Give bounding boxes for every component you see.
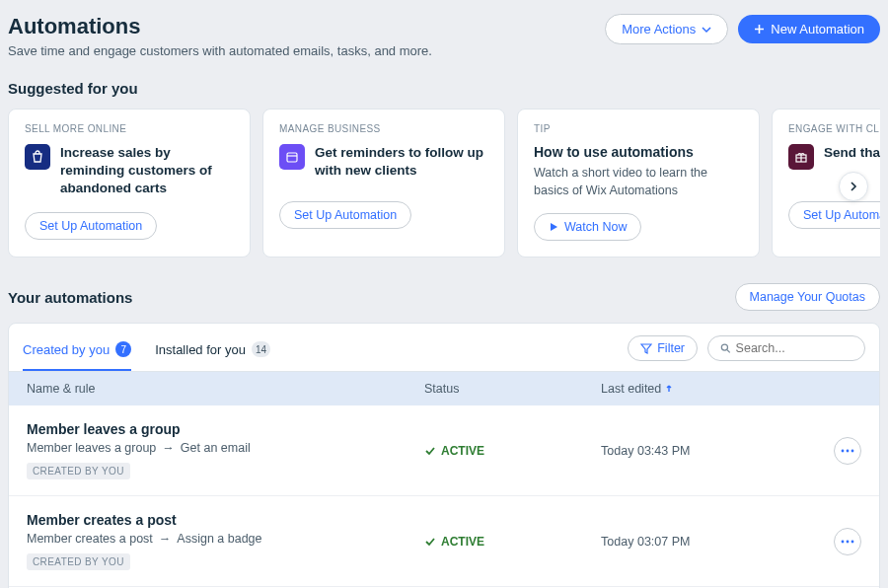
col-last-edited[interactable]: Last edited (601, 382, 822, 396)
chevron-right-icon (848, 181, 859, 192)
filter-button[interactable]: Filter (628, 335, 698, 361)
rule-trigger: Member creates a post (27, 532, 153, 546)
card-title: Get reminders to follow up with new clie… (315, 144, 488, 180)
plus-icon (754, 24, 765, 35)
search-icon (720, 342, 731, 354)
scroll-right-button[interactable] (839, 172, 868, 201)
row-edited: Today 03:07 PM (601, 535, 822, 549)
arrow-right-icon: → (159, 532, 172, 546)
check-icon (424, 536, 436, 548)
row-more-button[interactable] (834, 437, 861, 465)
card-description: Watch a short video to learn the basics … (534, 165, 743, 199)
svg-point-5 (851, 449, 854, 452)
card-category: ENGAGE WITH CLIENTS (788, 123, 880, 134)
suggestion-card: SELL MORE ONLINE Increase sales by remin… (8, 109, 251, 257)
check-icon (424, 445, 436, 457)
card-category: MANAGE BUSINESS (279, 123, 488, 134)
more-horizontal-icon (841, 449, 854, 453)
tab-created-by-you[interactable]: Created by you 7 (23, 333, 131, 371)
tabs: Created by you 7 Installed for you 14 (23, 333, 270, 371)
svg-point-8 (851, 540, 854, 543)
more-actions-button[interactable]: More Actions (605, 14, 728, 44)
search-box[interactable] (707, 335, 865, 361)
automations-panel: Created by you 7 Installed for you 14 Fi… (8, 323, 880, 588)
card-title: Increase sales by reminding customers of… (60, 144, 234, 198)
suggestion-card: MANAGE BUSINESS Get reminders to follow … (262, 109, 505, 257)
svg-point-7 (847, 540, 850, 543)
tab-label: Created by you (23, 342, 110, 357)
tab-count-badge: 14 (252, 341, 270, 357)
filter-icon (640, 342, 652, 354)
page-header: Automations Save time and engage custome… (8, 8, 880, 66)
more-horizontal-icon (841, 540, 854, 544)
new-automation-label: New Automation (771, 22, 864, 37)
col-name: Name & rule (27, 382, 424, 396)
card-action-label: Set Up Automation (39, 219, 142, 233)
suggested-cards: SELL MORE ONLINE Increase sales by remin… (8, 109, 880, 257)
shopping-bag-icon (25, 144, 50, 170)
svg-rect-0 (287, 153, 297, 162)
card-title: Send thank who su (824, 144, 880, 162)
svg-point-4 (847, 449, 850, 452)
col-edited-label: Last edited (601, 382, 661, 396)
sort-asc-icon (665, 385, 673, 393)
row-edited: Today 03:43 PM (601, 444, 822, 458)
search-input[interactable] (736, 341, 852, 355)
rule-action: Assign a badge (177, 532, 261, 546)
play-icon (549, 222, 558, 232)
rule-action: Get an email (181, 441, 251, 455)
chevron-down-icon (702, 25, 711, 35)
status-label: ACTIVE (441, 444, 484, 458)
page-title: Automations (8, 14, 432, 39)
table-row[interactable]: Member creates a post Member creates a p… (9, 496, 879, 587)
gift-icon (788, 144, 814, 170)
new-automation-button[interactable]: New Automation (738, 15, 880, 43)
card-action-label: Watch Now (564, 220, 627, 234)
table-header: Name & rule Status Last edited (9, 372, 879, 405)
arrow-right-icon: → (162, 441, 175, 455)
svg-point-6 (842, 540, 845, 543)
svg-point-3 (842, 449, 845, 452)
created-by-tag: CREATED BY YOU (27, 463, 130, 479)
your-automations-title: Your automations (8, 289, 132, 306)
row-more-button[interactable] (834, 528, 861, 555)
col-status: Status (424, 382, 601, 396)
tab-label: Installed for you (155, 342, 246, 357)
card-title: How to use automations (534, 144, 743, 160)
tab-count-badge: 7 (115, 341, 131, 357)
card-category: TIP (534, 123, 743, 134)
row-title: Member leaves a group (27, 421, 424, 437)
watch-now-button[interactable]: Watch Now (534, 213, 641, 241)
tab-installed-for-you[interactable]: Installed for you 14 (155, 333, 270, 371)
table-row[interactable]: Member leaves a group Member leaves a gr… (9, 405, 879, 496)
suggestion-card-tip: TIP How to use automations Watch a short… (517, 109, 760, 257)
row-rule: Member leaves a group → Get an email (27, 441, 424, 455)
manage-quotas-label: Manage Your Quotas (750, 290, 865, 304)
status-label: ACTIVE (441, 535, 484, 549)
filter-label: Filter (657, 341, 685, 355)
more-actions-label: More Actions (622, 22, 696, 37)
rule-trigger: Member leaves a group (27, 441, 156, 455)
card-action-label: Set Up Automation (294, 208, 397, 222)
row-status: ACTIVE (424, 444, 601, 458)
row-status: ACTIVE (424, 535, 601, 549)
setup-automation-button[interactable]: Set Up Automation (25, 212, 157, 240)
svg-point-2 (721, 344, 727, 350)
row-rule: Member creates a post → Assign a badge (27, 532, 424, 546)
suggested-title: Suggested for you (8, 80, 880, 97)
manage-quotas-button[interactable]: Manage Your Quotas (735, 283, 880, 311)
row-title: Member creates a post (27, 512, 424, 528)
setup-automation-button[interactable]: Set Up Automation (788, 201, 880, 229)
calendar-icon (279, 144, 305, 170)
setup-automation-button[interactable]: Set Up Automation (279, 201, 411, 229)
card-action-label: Set Up Automation (803, 208, 880, 222)
card-category: SELL MORE ONLINE (25, 123, 234, 134)
created-by-tag: CREATED BY YOU (27, 553, 130, 570)
page-subtitle: Save time and engage customers with auto… (8, 43, 432, 58)
